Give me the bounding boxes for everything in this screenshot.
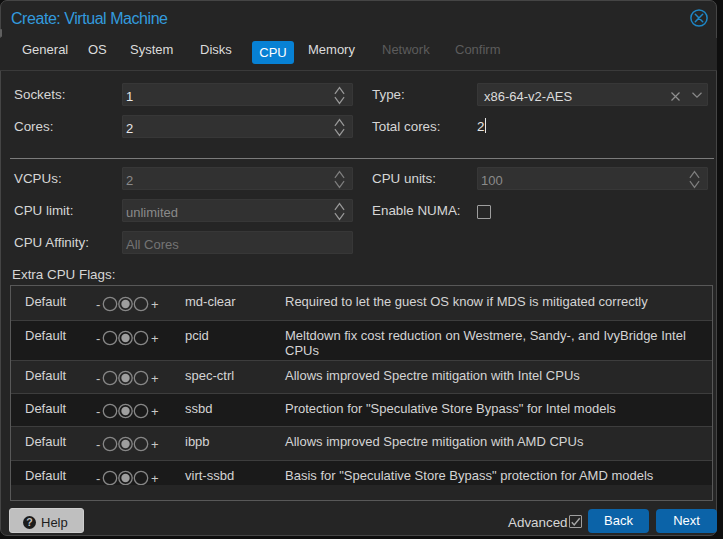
svg-text:+: + xyxy=(151,471,159,485)
svg-text:+: + xyxy=(151,331,159,346)
svg-text:+: + xyxy=(151,437,159,452)
svg-text:-: - xyxy=(96,404,100,419)
svg-text:-: - xyxy=(96,437,100,452)
svg-text:+: + xyxy=(151,404,159,419)
svg-text:+: + xyxy=(151,297,159,312)
svg-text:-: - xyxy=(96,297,100,312)
svg-text:?: ? xyxy=(26,516,33,528)
svg-text:+: + xyxy=(151,371,159,386)
svg-text:-: - xyxy=(96,331,100,346)
svg-text:-: - xyxy=(96,371,100,386)
svg-text:-: - xyxy=(96,471,100,485)
